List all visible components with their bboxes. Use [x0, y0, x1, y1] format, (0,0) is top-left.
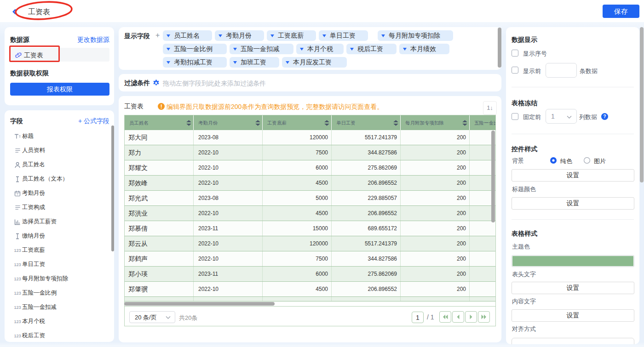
- svg-text:7: 7: [17, 193, 18, 196]
- svg-text:?: ?: [603, 114, 606, 119]
